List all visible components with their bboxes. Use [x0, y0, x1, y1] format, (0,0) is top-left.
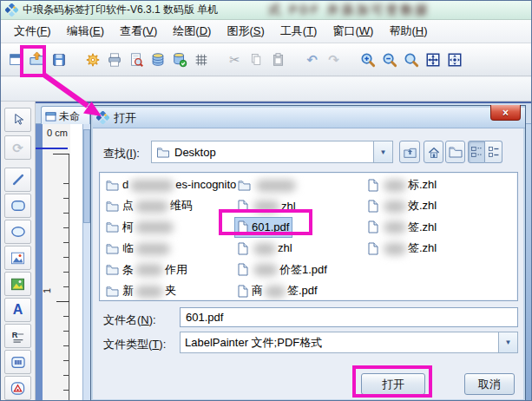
- file-item[interactable]: 柯: [103, 218, 178, 237]
- file-item[interactable]: 新夹: [103, 281, 179, 300]
- zoom-in-icon: [359, 51, 376, 68]
- copy-button[interactable]: [246, 48, 267, 72]
- file-icon: [238, 285, 248, 298]
- file-item[interactable]: 商签.pdf: [235, 281, 320, 300]
- ruler-origin-label: 0 cm: [47, 128, 68, 138]
- file-item-label: 601.pdf: [252, 220, 289, 233]
- document-window-icon: [45, 112, 56, 122]
- settings-button[interactable]: [82, 48, 103, 72]
- barcode-tool-button[interactable]: [4, 350, 31, 374]
- file-item[interactable]: 效.zhl: [365, 196, 439, 215]
- scrollbar-thumb[interactable]: [83, 129, 90, 223]
- database-button[interactable]: [147, 48, 168, 72]
- fit-page-button[interactable]: [443, 48, 465, 72]
- menu-item-view[interactable]: 查看(V): [112, 21, 165, 42]
- menu-item-help[interactable]: 帮助(H): [381, 21, 435, 42]
- file-icon: [368, 242, 378, 255]
- file-item-selected[interactable]: 601.pdf: [235, 218, 292, 237]
- save-button[interactable]: [48, 48, 69, 72]
- grid-view-button[interactable]: [468, 141, 485, 163]
- database-check-button[interactable]: [168, 48, 190, 72]
- menu-item-window[interactable]: 窗口(W): [325, 21, 381, 42]
- file-item[interactable]: zhl: [235, 239, 295, 258]
- file-item[interactable]: 签.zhl: [365, 218, 439, 237]
- qrcode-icon: [10, 382, 25, 395]
- save-icon: [51, 52, 67, 68]
- file-item[interactable]: 价签1.pdf: [235, 260, 330, 279]
- look-in-select[interactable]: Desktop ▼: [151, 141, 393, 163]
- file-item-label: 点维码: [122, 198, 193, 214]
- line-tool-button[interactable]: [4, 168, 31, 192]
- chevron-down-icon[interactable]: ▼: [373, 141, 392, 162]
- grid-icon: [194, 52, 209, 68]
- menu-item-draw[interactable]: 绘图(D): [165, 21, 219, 42]
- print-button[interactable]: [103, 48, 125, 72]
- app-window: 中琅条码标签打印软件-V6.3.1 数码版 单机 式 PDF 并添加可变数据 文…: [0, 0, 532, 401]
- dialog-cancel-button[interactable]: 取消: [464, 373, 515, 395]
- file-item[interactable]: 标.zhl: [365, 175, 439, 194]
- menu-item-file[interactable]: 文件(F): [6, 21, 59, 42]
- rounded-rect-tool-button[interactable]: [4, 194, 31, 218]
- image-tool-button[interactable]: [4, 246, 31, 270]
- blurred-annotation-text: 式 PDF 并添加可变数据: [268, 3, 430, 18]
- file-name-input[interactable]: 601.pdf: [180, 307, 518, 327]
- home-icon: [427, 146, 441, 159]
- printer-icon: [107, 52, 122, 68]
- chevron-down-icon[interactable]: ▼: [498, 332, 517, 352]
- zoom-button[interactable]: [400, 48, 422, 72]
- file-item[interactable]: des-incognito: [103, 175, 239, 194]
- zoom-in-button[interactable]: [357, 48, 378, 72]
- rich-text-tool-button[interactable]: R: [4, 324, 31, 348]
- file-type-select[interactable]: LabelPainter 文件;PDF格式 ▼: [180, 332, 518, 353]
- print-preview-button[interactable]: [125, 48, 147, 72]
- file-item[interactable]: 临: [103, 239, 174, 258]
- paste-button[interactable]: [267, 48, 289, 72]
- file-item[interactable]: 点维码: [103, 196, 195, 215]
- file-item-label: 效.zhl: [382, 198, 437, 214]
- text-tool-button[interactable]: A: [4, 298, 31, 322]
- document-tab[interactable]: 未命: [41, 106, 90, 126]
- file-item-label: 签.zhl: [382, 240, 437, 256]
- new-folder-icon: [449, 146, 463, 158]
- folder-icon: [106, 221, 119, 233]
- file-item-label: 柯: [122, 220, 175, 235]
- undo-button[interactable]: ↶: [301, 48, 323, 72]
- file-item[interactable]: [235, 175, 300, 194]
- censored-blur: [256, 180, 296, 192]
- folder-icon: [106, 200, 119, 212]
- menu-item-tools[interactable]: 工具(T): [273, 21, 325, 42]
- file-item-label: 签.zhl: [382, 220, 437, 235]
- text-icon: A: [13, 302, 23, 318]
- home-button[interactable]: [424, 141, 443, 163]
- grid-button[interactable]: [190, 48, 212, 72]
- list-view-button[interactable]: [485, 141, 502, 163]
- new-folder-button[interactable]: [445, 141, 465, 163]
- file-type-value: LabelPainter 文件;PDF格式: [181, 335, 498, 351]
- select-tool-button[interactable]: [4, 108, 31, 132]
- folder-icon: [106, 180, 119, 191]
- picture-tool-button[interactable]: [4, 272, 31, 296]
- cut-button[interactable]: ✂: [224, 48, 246, 72]
- file-item[interactable]: 条作用: [103, 260, 190, 279]
- zoom-out-button[interactable]: [378, 48, 400, 72]
- rotate-tool-button[interactable]: ⟳: [4, 135, 31, 160]
- file-item[interactable]: zhl: [235, 196, 299, 215]
- file-name-label: 文件名(N):: [103, 312, 156, 328]
- redo-button[interactable]: ↷: [323, 48, 345, 72]
- new-document-button[interactable]: [4, 48, 26, 72]
- menu-item-edit[interactable]: 编辑(E): [59, 21, 112, 42]
- up-one-level-button[interactable]: [399, 141, 420, 163]
- vertical-scrollbar[interactable]: [82, 124, 90, 401]
- ellipse-tool-button[interactable]: [4, 220, 31, 244]
- open-button[interactable]: [26, 48, 48, 72]
- file-list[interactable]: des-incognito点维码柯临条作用新夹zhl601.pdfzhl价签1.…: [99, 172, 518, 301]
- file-item[interactable]: 签.zhl: [365, 239, 439, 258]
- menu-item-shape[interactable]: 图形(S): [219, 21, 272, 42]
- close-button[interactable]: ×: [490, 105, 521, 121]
- dialog-open-button[interactable]: 打开: [361, 373, 425, 395]
- svg-text:R: R: [12, 331, 18, 339]
- document-window-edge: [36, 124, 43, 401]
- qrcode-tool-button[interactable]: [4, 376, 31, 400]
- fit-window-button[interactable]: [422, 48, 443, 72]
- copy-icon: [249, 52, 264, 67]
